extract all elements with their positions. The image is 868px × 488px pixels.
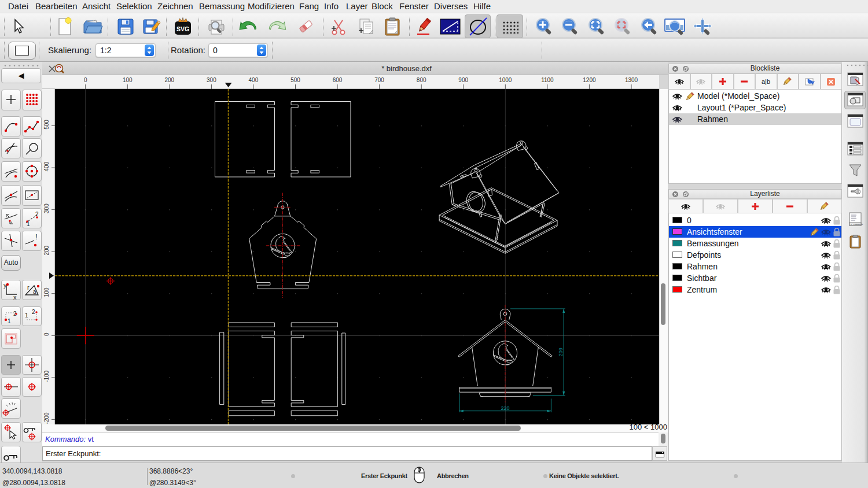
svg-text:-100: -100 [43, 370, 50, 382]
svg-text:200: 200 [43, 245, 50, 255]
svg-text:800: 800 [417, 77, 426, 83]
svg-text:1100: 1100 [541, 77, 554, 83]
svg-text:1: 1 [8, 318, 11, 324]
svg-text:400: 400 [43, 161, 50, 171]
svg-text:1200: 1200 [583, 77, 596, 83]
svg-text:209: 209 [558, 347, 564, 356]
svg-text:a: a [33, 289, 36, 295]
svg-text:200: 200 [164, 77, 174, 83]
svg-text:2: 2 [32, 309, 35, 315]
svg-text:400: 400 [249, 77, 259, 83]
svg-text:!: ! [35, 232, 38, 241]
svg-text:1: 1 [25, 312, 28, 319]
svg-text:x: x [13, 294, 17, 300]
svg-text:700: 700 [374, 77, 384, 83]
svg-text:300: 300 [43, 204, 50, 213]
svg-text:0: 0 [43, 332, 50, 336]
svg-text:100: 100 [43, 287, 50, 297]
svg-text:-200: -200 [43, 412, 50, 424]
svg-text:0: 0 [84, 77, 87, 83]
svg-text:100: 100 [123, 77, 133, 83]
svg-text:SVG: SVG [176, 25, 189, 32]
svg-text:c comment: c comment [851, 223, 863, 225]
svg-text:900: 900 [458, 77, 468, 83]
svg-text:a|b: a|b [762, 78, 770, 85]
svg-text:600: 600 [333, 77, 343, 83]
svg-text:r: r [27, 284, 30, 291]
svg-text:300: 300 [207, 77, 216, 83]
svg-text:1000: 1000 [499, 77, 512, 83]
svg-text:1300: 1300 [625, 77, 638, 83]
svg-text:500: 500 [290, 77, 300, 83]
svg-text:500: 500 [43, 120, 50, 130]
svg-text:220: 220 [501, 405, 509, 411]
